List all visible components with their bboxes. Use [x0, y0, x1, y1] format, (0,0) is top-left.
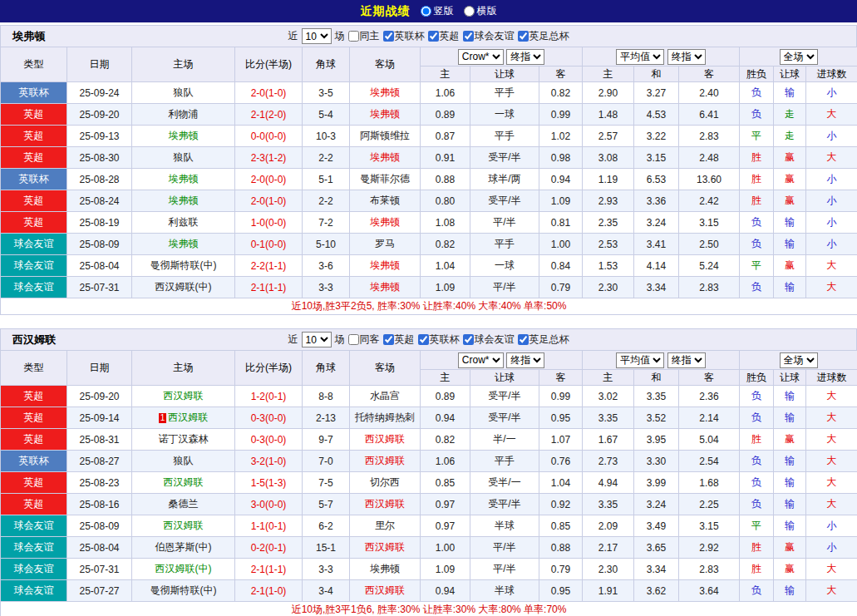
- away-team[interactable]: 埃弗顿: [350, 559, 421, 580]
- home-team[interactable]: 埃弗顿: [132, 169, 235, 190]
- home-team[interactable]: 西汉姆联(中): [132, 559, 235, 580]
- league-type[interactable]: 英联杯: [1, 169, 67, 190]
- league-type[interactable]: 英超: [1, 212, 67, 234]
- away-team[interactable]: 西汉姆联: [350, 580, 421, 602]
- away-team[interactable]: 里尔: [350, 515, 421, 537]
- league-type[interactable]: 英超: [1, 472, 67, 494]
- home-team[interactable]: 曼彻斯特联(中): [132, 580, 235, 602]
- score[interactable]: 2-2(1-1): [235, 255, 303, 277]
- league-type[interactable]: 英超: [1, 190, 67, 212]
- league-type[interactable]: 英联杯: [1, 82, 67, 104]
- league-filter-1[interactable]: 英超: [428, 29, 460, 43]
- league-checkbox[interactable]: [463, 31, 474, 42]
- home-team[interactable]: 狼队: [132, 451, 235, 472]
- league-type[interactable]: 英超: [1, 407, 67, 429]
- league-type[interactable]: 球会友谊: [1, 537, 67, 559]
- away-team[interactable]: 埃弗顿: [350, 212, 421, 234]
- home-team[interactable]: 利物浦: [132, 104, 235, 126]
- league-checkbox[interactable]: [518, 334, 529, 345]
- league-type[interactable]: 球会友谊: [1, 515, 67, 537]
- score[interactable]: 0-3(0-0): [235, 429, 303, 451]
- league-type[interactable]: 英超: [1, 126, 67, 147]
- league-filter-2[interactable]: 球会友谊: [463, 29, 515, 43]
- score[interactable]: 1-0(0-0): [235, 212, 303, 234]
- asian-company-select[interactable]: Crow*: [458, 352, 504, 368]
- league-type[interactable]: 球会友谊: [1, 255, 67, 277]
- score[interactable]: 1-5(1-3): [235, 472, 303, 494]
- away-team[interactable]: 埃弗顿: [350, 147, 421, 169]
- league-filter-2[interactable]: 球会友谊: [463, 333, 515, 347]
- same-venue-filter[interactable]: 同客: [348, 333, 380, 347]
- score[interactable]: 3-2(1-0): [235, 451, 303, 472]
- away-team[interactable]: 埃弗顿: [350, 255, 421, 277]
- away-team[interactable]: 西汉姆联: [350, 451, 421, 472]
- league-type[interactable]: 英超: [1, 104, 67, 126]
- home-team[interactable]: 埃弗顿: [132, 190, 235, 212]
- score[interactable]: 0-3(0-0): [235, 407, 303, 429]
- league-type[interactable]: 球会友谊: [1, 559, 67, 580]
- away-team[interactable]: 曼斯菲尔德: [350, 169, 421, 190]
- away-team[interactable]: 埃弗顿: [350, 277, 421, 298]
- scope-select[interactable]: 全场: [780, 352, 818, 368]
- match-count-select[interactable]: 10: [302, 28, 332, 44]
- euro-stage-select[interactable]: 终指: [667, 352, 706, 368]
- layout-option-vertical[interactable]: 竖版: [421, 4, 454, 18]
- league-filter-3[interactable]: 英足总杯: [518, 29, 569, 43]
- match-count-select[interactable]: 10: [302, 332, 332, 347]
- vertical-radio[interactable]: [421, 6, 431, 17]
- scope-select[interactable]: 全场: [780, 49, 818, 65]
- home-team[interactable]: 狼队: [132, 82, 235, 104]
- home-team[interactable]: 西汉姆联: [132, 386, 235, 407]
- home-team[interactable]: 曼彻斯特联(中): [132, 255, 235, 277]
- asian-stage-select[interactable]: 终指: [506, 352, 544, 368]
- league-checkbox[interactable]: [463, 334, 474, 345]
- away-team[interactable]: 埃弗顿: [350, 104, 421, 126]
- home-team[interactable]: 桑德兰: [132, 494, 235, 515]
- same-venue-checkbox[interactable]: [348, 31, 359, 42]
- home-team[interactable]: 利兹联: [132, 212, 235, 234]
- league-type[interactable]: 球会友谊: [1, 580, 67, 602]
- home-team[interactable]: 西汉姆联: [132, 472, 235, 494]
- away-team[interactable]: 阿斯顿维拉: [350, 126, 421, 147]
- home-team[interactable]: 狼队: [132, 147, 235, 169]
- league-checkbox[interactable]: [383, 31, 394, 42]
- score[interactable]: 2-0(1-0): [235, 82, 303, 104]
- same-venue-filter[interactable]: 同主: [348, 29, 380, 43]
- away-team[interactable]: 水晶宫: [350, 386, 421, 407]
- score[interactable]: 0-0(0-0): [235, 126, 303, 147]
- league-checkbox[interactable]: [383, 334, 394, 345]
- league-type[interactable]: 英超: [1, 494, 67, 515]
- euro-company-select[interactable]: 平均值: [616, 49, 664, 65]
- league-filter-0[interactable]: 英超: [383, 333, 415, 347]
- away-team[interactable]: 切尔西: [350, 472, 421, 494]
- away-team[interactable]: 托特纳姆热刺: [350, 407, 421, 429]
- league-type[interactable]: 英超: [1, 386, 67, 407]
- league-checkbox[interactable]: [518, 31, 529, 42]
- score[interactable]: 2-1(1-1): [235, 277, 303, 298]
- score[interactable]: 0-2(0-1): [235, 537, 303, 559]
- away-team[interactable]: 埃弗顿: [350, 82, 421, 104]
- horizontal-radio[interactable]: [464, 6, 475, 17]
- away-team[interactable]: 西汉姆联: [350, 429, 421, 451]
- league-type[interactable]: 英超: [1, 429, 67, 451]
- score[interactable]: 2-0(0-0): [235, 169, 303, 190]
- score[interactable]: 2-1(1-0): [235, 580, 303, 602]
- home-team[interactable]: 西汉姆联(中): [132, 277, 235, 298]
- score[interactable]: 2-1(2-0): [235, 104, 303, 126]
- score[interactable]: 2-0(1-0): [235, 190, 303, 212]
- score[interactable]: 3-0(0-0): [235, 494, 303, 515]
- home-team[interactable]: 1西汉姆联: [132, 407, 235, 429]
- layout-option-horizontal[interactable]: 横版: [464, 4, 497, 18]
- league-filter-3[interactable]: 英足总杯: [518, 333, 569, 347]
- home-team[interactable]: 伯恩茅斯(中): [132, 537, 235, 559]
- euro-stage-select[interactable]: 终指: [667, 49, 706, 65]
- same-venue-checkbox[interactable]: [348, 334, 359, 345]
- league-filter-1[interactable]: 英联杯: [418, 333, 460, 347]
- away-team[interactable]: 布莱顿: [350, 190, 421, 212]
- euro-company-select[interactable]: 平均值: [616, 352, 664, 368]
- away-team[interactable]: 西汉姆联: [350, 494, 421, 515]
- score[interactable]: 2-3(1-2): [235, 147, 303, 169]
- league-filter-0[interactable]: 英联杯: [383, 29, 425, 43]
- score[interactable]: 1-1(0-1): [235, 515, 303, 537]
- home-team[interactable]: 埃弗顿: [132, 234, 235, 255]
